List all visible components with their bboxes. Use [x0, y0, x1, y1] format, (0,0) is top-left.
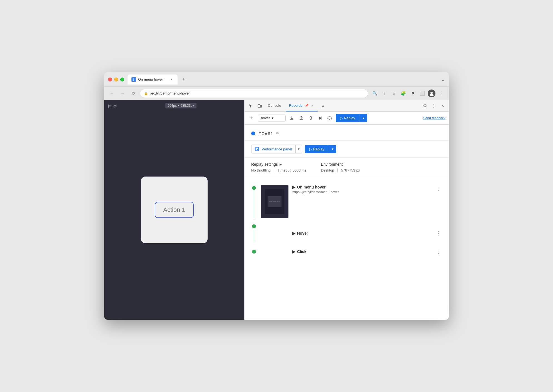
export-recording-icon[interactable] — [288, 114, 296, 122]
step-timeline-1 — [251, 185, 257, 218]
step-click-label: Click — [297, 249, 306, 254]
replay-main-label: ▷ Replay — [309, 147, 324, 151]
tab-console[interactable]: Console — [265, 100, 285, 111]
step-thumbnail: hover demo jec.fyi — [261, 185, 288, 218]
step-nav-url: https://jec.fyi/demo/menu-hover — [292, 190, 430, 194]
step-click-title[interactable]: ▶ Click — [292, 249, 430, 254]
maximize-window-button[interactable] — [120, 78, 124, 81]
back-button[interactable]: ← — [108, 90, 116, 97]
replay-settings-title[interactable]: Replay settings ▶ — [251, 162, 310, 167]
recorder-pin-icon: 📌 — [305, 104, 309, 107]
site-label: jec.fyi — [108, 104, 117, 108]
svg-rect-2 — [260, 105, 261, 107]
replay-step-icon[interactable] — [316, 114, 324, 122]
reload-button[interactable]: ↺ — [129, 90, 137, 97]
browser-menu-icon[interactable]: ⋮ — [437, 90, 445, 97]
replay-button[interactable]: ▷ Replay — [336, 114, 360, 122]
tab-close-button[interactable]: × — [169, 77, 174, 82]
flag-icon[interactable]: ⚑ — [409, 90, 417, 97]
settings-row: Replay settings ▶ No throttling Timeout:… — [245, 158, 449, 177]
recorder-tab-close-button[interactable]: × — [310, 103, 314, 108]
replay-button-label: ▷ Replay — [340, 116, 355, 120]
replay-main-dropdown-button[interactable]: ▾ — [329, 145, 336, 153]
page-center: Action 1 — [141, 177, 208, 243]
env-type-value: Desktop — [321, 168, 338, 172]
more-tabs-button[interactable]: » — [320, 102, 326, 110]
environment-values: Desktop 576×753 px — [321, 168, 363, 172]
bookmark-icon[interactable]: ☆ — [390, 90, 398, 97]
page-content: jec.fyi 504px × 685.33px Action 1 — [104, 100, 244, 320]
search-icon[interactable]: 🔍 — [371, 90, 379, 97]
settings-separator — [274, 168, 274, 172]
devtools-tabs: Console Recorder 📌 × » ⚙ ⋮ × — [245, 100, 449, 112]
recorder-toolbar: + hover ▾ — [245, 112, 449, 125]
action-button[interactable]: Action 1 — [155, 202, 194, 218]
close-window-button[interactable] — [108, 78, 112, 81]
devtools-actions: ⚙ ⋮ × — [421, 102, 447, 110]
environment-col: Environment Desktop 576×753 px — [321, 162, 363, 172]
step-timeline-3 — [251, 250, 257, 254]
split-view-icon[interactable]: ⬜ — [418, 90, 426, 97]
replay-main-button[interactable]: ▷ Replay — [305, 145, 329, 153]
performance-panel-icon — [255, 147, 259, 151]
replay-main-button-group: ▷ Replay ▾ — [305, 145, 336, 153]
step-hover-label: Hover — [297, 231, 308, 235]
timeout-value: Timeout: 5000 ms — [278, 168, 310, 172]
edit-recording-name-icon[interactable]: ✏ — [276, 131, 279, 136]
replay-settings-icon[interactable] — [326, 114, 333, 122]
tab-title: On menu hover — [138, 77, 167, 81]
share-icon[interactable]: ↑ — [380, 90, 388, 97]
step-nav-more-button[interactable]: ⋮ — [434, 185, 442, 193]
forward-button[interactable]: → — [119, 90, 126, 97]
tab-console-label: Console — [268, 103, 281, 108]
replay-button-group: ▷ Replay ▾ — [336, 114, 367, 122]
buttons-row: Performance panel ▾ ▷ Replay ▾ — [245, 141, 449, 158]
replay-settings-chevron: ▶ — [280, 163, 282, 166]
address-input[interactable]: 🔒 jec.fyi/demo/menu-hover — [140, 89, 368, 98]
address-bar: ← → ↺ 🔒 jec.fyi/demo/menu-hover 🔍 ↑ ☆ 🧩 … — [104, 87, 449, 100]
browser-tab[interactable]: j On menu hover × — [128, 75, 178, 85]
recording-select-chevron: ▾ — [272, 116, 274, 120]
step-timeline-2 — [251, 224, 257, 242]
svg-rect-1 — [258, 105, 260, 107]
minimize-window-button[interactable] — [114, 78, 118, 81]
devtools-more-icon[interactable]: ⋮ — [430, 102, 438, 110]
step-click-arrow: ▶ — [292, 249, 295, 254]
device-mode-icon[interactable] — [256, 102, 263, 110]
send-feedback-link[interactable]: Send feedback — [423, 116, 445, 120]
step-dot-3 — [252, 250, 256, 254]
import-recording-icon[interactable] — [297, 114, 305, 122]
step-hover-title[interactable]: ▶ Hover — [292, 231, 430, 235]
environment-title: Environment — [321, 162, 363, 167]
step-navigation: hover demo jec.fyi ▶ On menu hover https… — [245, 182, 449, 222]
add-recording-button[interactable]: + — [248, 114, 256, 122]
tab-recorder[interactable]: Recorder 📌 × — [286, 100, 318, 111]
replay-dropdown-button[interactable]: ▾ — [360, 114, 367, 122]
step-hover-info: ▶ Hover — [292, 231, 430, 235]
step-line-1 — [254, 190, 254, 218]
delete-recording-icon[interactable] — [307, 114, 315, 122]
devtools-close-button[interactable]: × — [439, 102, 447, 110]
devtools-panel: Console Recorder 📌 × » ⚙ ⋮ × + hover — [244, 100, 449, 320]
window-menu-button[interactable]: ⌄ — [441, 76, 445, 83]
size-badge: 504px × 685.33px — [165, 103, 196, 108]
inspector-icon[interactable] — [247, 102, 255, 110]
tab-favicon: j — [131, 77, 136, 82]
replay-settings-values: No throttling Timeout: 5000 ms — [251, 168, 310, 172]
performance-panel-dropdown-button[interactable]: ▾ — [296, 145, 302, 153]
performance-panel-button[interactable]: Performance panel — [251, 145, 296, 153]
extensions-icon[interactable]: 🧩 — [399, 90, 407, 97]
env-size-value: 576×753 px — [341, 168, 363, 172]
step-nav-title[interactable]: ▶ On menu hover — [292, 185, 430, 189]
svg-marker-3 — [319, 116, 322, 120]
recording-select[interactable]: hover ▾ — [258, 115, 286, 121]
performance-panel-button-group: Performance panel ▾ — [251, 145, 302, 153]
devtools-settings-icon[interactable]: ⚙ — [421, 102, 429, 110]
avatar-button[interactable] — [428, 90, 435, 97]
step-dot-2 — [252, 224, 256, 228]
step-hover-more-button[interactable]: ⋮ — [434, 229, 442, 237]
step-click-more-button[interactable]: ⋮ — [434, 248, 442, 255]
environment-label: Environment — [321, 162, 343, 167]
new-tab-button[interactable]: + — [180, 76, 188, 83]
steps-section: hover demo jec.fyi ▶ On menu hover https… — [245, 177, 449, 320]
